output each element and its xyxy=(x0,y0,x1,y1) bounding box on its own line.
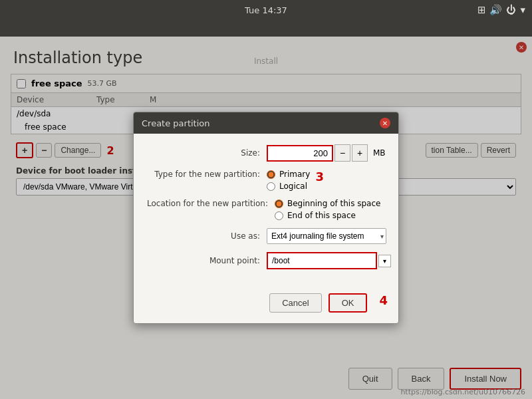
partition-type-row: Type for the new partition: Primary Logi… xyxy=(147,170,385,191)
beginning-label: Beginning of this space xyxy=(287,199,380,208)
size-input[interactable] xyxy=(267,145,333,162)
primary-radio[interactable] xyxy=(267,170,275,179)
size-input-group: − + MB xyxy=(267,144,386,162)
use-as-select[interactable]: Ext4 journaling file system Ext3 journal… xyxy=(267,228,386,244)
size-label: Size: xyxy=(147,148,267,158)
top-bar: Tue 14:37 ⊞ 🔊 ⏻ ▾ xyxy=(0,0,532,20)
modal-overlay: Create partition ✕ Size: − + MB xyxy=(0,37,532,399)
mount-point-row: Mount point: ▾ xyxy=(147,252,385,269)
mount-point-label: Mount point: xyxy=(147,256,267,265)
volume-icon: 🔊 xyxy=(489,4,502,16)
use-as-label: Use as: xyxy=(147,231,267,241)
primary-option[interactable]: Primary xyxy=(267,170,310,179)
system-tray: ⊞ 🔊 ⏻ ▾ xyxy=(477,4,525,16)
location-row: Location for the new partition: Beginnin… xyxy=(147,199,385,220)
modal-close-button[interactable]: ✕ xyxy=(380,118,390,128)
location-label: Location for the new partition: xyxy=(147,199,275,208)
cancel-button[interactable]: Cancel xyxy=(269,293,321,313)
beginning-option[interactable]: Beginning of this space xyxy=(275,199,380,208)
end-label: End of this space xyxy=(287,211,356,220)
annotation-3: 3 xyxy=(315,170,324,184)
mount-point-dropdown-button[interactable]: ▾ xyxy=(378,255,391,267)
modal-title-bar: Create partition ✕ xyxy=(134,112,398,134)
type-radio-group: Primary Logical xyxy=(267,170,310,191)
modal-footer: Cancel OK 4 xyxy=(134,288,398,323)
power-icon[interactable]: ⏻ xyxy=(506,4,516,16)
modal-body: Size: − + MB Type for the new partition: xyxy=(134,134,398,288)
annotation-4: 4 xyxy=(379,293,388,313)
type-label: Type for the new partition: xyxy=(147,170,267,179)
beginning-radio[interactable] xyxy=(275,200,283,208)
primary-label: Primary xyxy=(279,170,310,179)
network-icon: ⊞ xyxy=(477,4,486,16)
use-as-row: Use as: Ext4 journaling file system Ext3… xyxy=(147,228,385,244)
mount-input-wrapper: ▾ xyxy=(267,252,391,269)
modal-title: Create partition xyxy=(142,118,210,128)
mount-point-input[interactable] xyxy=(267,252,377,269)
size-increase-button[interactable]: + xyxy=(352,144,368,162)
logical-option[interactable]: Logical xyxy=(267,182,310,191)
use-as-select-wrapper: Ext4 journaling file system Ext3 journal… xyxy=(267,228,386,244)
logical-label: Logical xyxy=(279,182,307,191)
location-radio-group: Beginning of this space End of this spac… xyxy=(275,199,380,220)
main-window: Install ✕ Installation type free space 5… xyxy=(0,37,532,399)
chevron-down-icon[interactable]: ▾ xyxy=(520,4,525,16)
size-decrease-button[interactable]: − xyxy=(334,144,350,162)
clock: Tue 14:37 xyxy=(245,5,287,15)
create-partition-dialog: Create partition ✕ Size: − + MB xyxy=(133,112,399,324)
logical-radio[interactable] xyxy=(267,182,275,191)
end-radio[interactable] xyxy=(275,211,283,220)
ok-button[interactable]: OK xyxy=(329,293,368,313)
size-row: Size: − + MB xyxy=(147,144,385,162)
size-unit: MB xyxy=(373,148,386,158)
end-option[interactable]: End of this space xyxy=(275,211,380,220)
